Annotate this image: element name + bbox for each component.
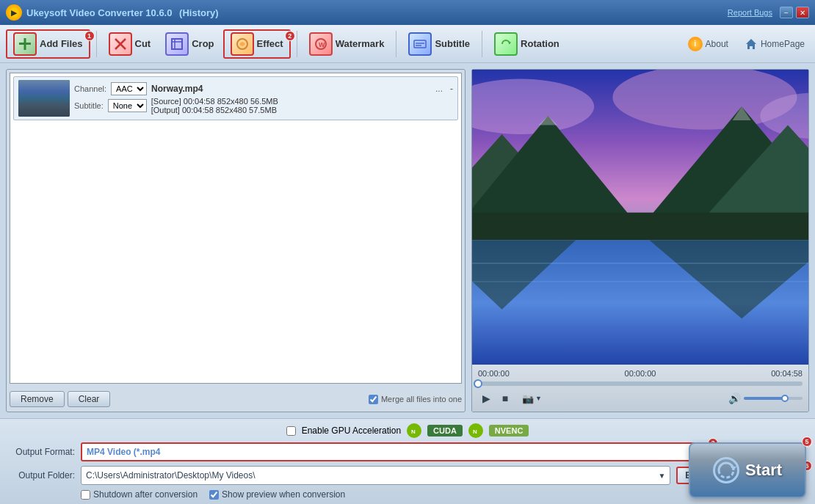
volume-fill [744,397,785,400]
folder-dropdown-arrow[interactable]: ▼ [658,472,665,480]
subtitle-select[interactable]: None [108,99,147,112]
minimize-button[interactable]: − [780,7,793,18]
output-format-row: Output Format: MP4 Video (*.mp4 ▲ 3 Outp… [9,442,806,461]
cut-label: Cut [135,38,151,49]
folder-path-text: C:\Users\Administrator\Desktop\My Videos… [86,470,658,481]
output-folder-label: Output Folder: [9,470,75,481]
start-icon [713,457,739,483]
shutdown-label: Shutdown after conversion [93,489,198,500]
toolbar-sep-2 [297,31,297,57]
subtitle-label-field: Subtitle: [74,101,104,110]
svg-marker-13 [508,42,511,44]
play-button[interactable]: ▶ [478,390,494,406]
file-info: [Source] 00:04:58 852x480 56.5MB [Output… [151,97,453,114]
output-info: [Output] 00:04:58 852x480 57.5MB [151,106,453,114]
svg-text:N: N [473,428,477,435]
progress-track[interactable] [478,381,803,386]
toolbar-sep-4 [482,31,482,57]
clear-button[interactable]: Clear [68,391,111,407]
file-dash: - [450,84,453,94]
channel-select[interactable]: AAC [111,82,147,95]
format-select-text: MP4 Video (*.mp4 [87,447,700,457]
preview-label: Show preview when conversion [222,489,345,500]
toolbar-sep-3 [396,31,396,57]
start-button[interactable]: Start [689,442,806,498]
merge-check-wrapper: Merge all files into one [369,395,462,404]
file-meta-top-row: Channel: AAC Norway.mp4 ... - [74,82,453,95]
shutdown-checkbox[interactable] [81,490,90,500]
nvidia-logo-2: N [468,423,483,438]
file-item: Channel: AAC Norway.mp4 ... - Subtitle: … [13,76,458,120]
camera-icon: 📷 [522,393,534,404]
volume-thumb [781,395,789,402]
rotation-button[interactable]: Rotation [488,29,565,59]
home-icon [745,37,758,51]
merge-checkbox[interactable] [369,395,378,404]
rotation-label: Rotation [521,38,559,49]
add-files-icon [13,32,37,56]
watermark-icon: W [309,32,333,56]
file-panel: Channel: AAC Norway.mp4 ... - Subtitle: … [6,69,466,412]
svg-text:N: N [411,428,416,435]
about-button[interactable]: i About [684,34,733,54]
file-meta-sub-row: Subtitle: None [Source] 00:04:58 852x480… [74,97,453,114]
toolbar: Add Files 1 Cut Crop Effect 2 W Watermar… [0,25,815,63]
add-files-badge: 1 [84,31,95,41]
preview-option: Show preview when conversion [209,489,345,500]
options-row: Shutdown after conversion Show preview w… [9,489,806,500]
close-button[interactable]: ✕ [796,7,809,18]
watermark-label: Watermark [336,38,385,49]
folder-input-wrapper[interactable]: C:\Users\Administrator\Desktop\My Videos… [81,466,670,485]
screenshot-button[interactable]: 📷 ▼ [522,390,542,406]
effect-badge: 2 [285,31,295,41]
report-bugs-link[interactable]: Report Bugs [728,8,772,17]
shutdown-option: Shutdown after conversion [81,489,198,500]
crop-button[interactable]: Crop [159,29,220,59]
app-body: Channel: AAC Norway.mp4 ... - Subtitle: … [0,63,815,504]
crop-label: Crop [192,38,214,49]
file-actions: Remove Clear Merge all files into one [7,387,465,412]
svg-rect-10 [414,40,426,48]
merge-label: Merge all files into one [381,395,462,403]
homepage-button[interactable]: HomePage [740,34,809,54]
svg-rect-24 [472,213,808,241]
progress-thumb [474,379,482,388]
gpu-acceleration-row: Enable GPU Acceleration N CUDA N NVENC [9,423,806,438]
cut-button[interactable]: Cut [103,29,157,59]
add-files-label: Add Files [40,38,83,49]
effect-label: Effect [257,38,283,49]
camera-dropdown[interactable]: ▼ [535,395,542,402]
file-meta: Channel: AAC Norway.mp4 ... - Subtitle: … [74,82,453,114]
cut-icon [109,32,132,56]
time-end: 00:04:58 [771,369,803,378]
title-bar: ▶ Ukeysoft Video Converter 10.6.0 (Histo… [0,0,815,25]
homepage-label: HomePage [761,39,805,49]
toolbar-right: i About HomePage [684,34,809,54]
subtitle-icon [408,32,432,56]
nvidia-logo-1: N [407,423,421,438]
output-folder-row: Output Folder: C:\Users\Administrator\De… [9,466,806,485]
preview-checkbox[interactable] [209,490,219,500]
stop-button[interactable]: ■ [497,390,513,406]
output-format-label: Output Format: [9,447,75,457]
volume-group: 🔊 [728,392,803,404]
volume-icon: 🔊 [728,392,741,404]
file-more-button[interactable]: ... [435,84,443,94]
bottom-bar: Enable GPU Acceleration N CUDA N NVENC O… [0,418,815,504]
remove-button[interactable]: Remove [10,391,65,407]
about-icon: i [688,37,703,51]
watermark-button[interactable]: W Watermark [303,29,391,59]
volume-track[interactable] [744,397,803,400]
subtitle-button[interactable]: Subtitle [402,29,476,59]
gpu-checkbox[interactable] [286,426,296,436]
source-info: [Source] 00:04:58 852x480 56.5MB [151,97,453,106]
start-badge-5: 5 [802,437,812,447]
effect-icon [231,32,254,56]
gpu-label: Enable GPU Acceleration [302,426,401,436]
add-files-btn-wrapper: Add Files 1 [6,29,90,59]
add-files-button[interactable]: Add Files [6,29,90,59]
time-middle: 00:00:00 [625,369,656,378]
effect-button[interactable]: Effect [223,29,291,59]
content-row: Channel: AAC Norway.mp4 ... - Subtitle: … [0,63,815,418]
format-select-wrapper[interactable]: MP4 Video (*.mp4 ▲ 3 [81,442,714,461]
